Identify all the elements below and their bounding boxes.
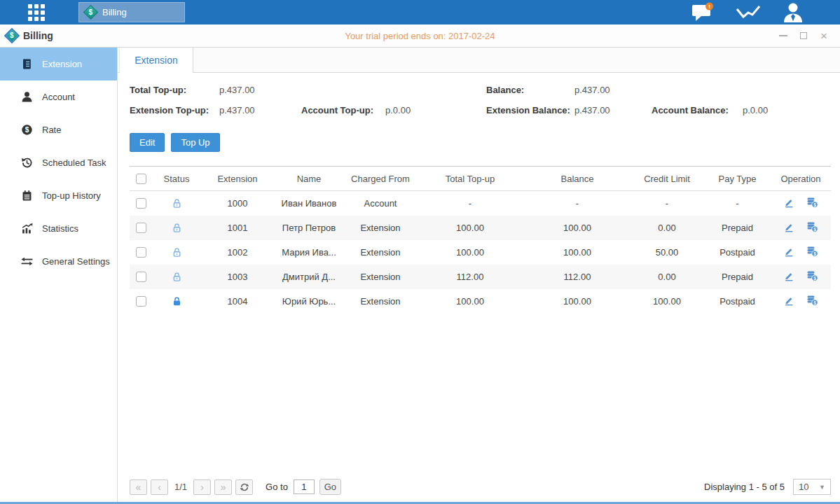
page-size-select[interactable]: 10 ▼ [793, 479, 831, 495]
sidebar-item-label: Extension [42, 59, 82, 69]
main-panel: Extension Total Top-up: p.437.00 Balance… [118, 48, 840, 502]
topup-coins-icon[interactable]: $ [806, 270, 818, 284]
svg-text:$: $ [814, 202, 817, 207]
cell-name: Петр Петров [273, 216, 345, 240]
extension-topup-value: p.437.00 [219, 105, 301, 115]
sidebar-item-label: Statistics [42, 223, 78, 234]
column-header-charged-from: Charged From [345, 167, 415, 191]
column-header-extension: Extension [202, 167, 273, 191]
topup-button[interactable]: Top Up [171, 133, 219, 152]
account-topup-value: p.0.00 [385, 105, 486, 115]
cell-charged-from: Extension [345, 289, 415, 314]
sidebar-item-label: Account [42, 92, 75, 102]
billing-diamond-dollar-icon: $ [4, 28, 20, 44]
cell-pay-type: Prepaid [704, 265, 771, 289]
go-button[interactable]: Go [319, 479, 341, 495]
edit-pencil-icon[interactable] [783, 295, 794, 308]
window-controls: × [778, 31, 829, 41]
edit-pencil-icon[interactable] [783, 246, 794, 259]
sidebar: Extension Account $ Rate [0, 48, 118, 502]
row-checkbox[interactable] [136, 272, 146, 282]
row-checkbox[interactable] [136, 223, 146, 233]
account-icon [21, 91, 33, 103]
total-topup-label: Total Top-up: [130, 85, 219, 95]
svg-text:$: $ [814, 226, 817, 232]
billing-diamond-dollar-icon: $ [83, 5, 98, 20]
svg-text:!: ! [708, 4, 710, 10]
cell-charged-from: Extension [345, 216, 415, 240]
sidebar-item-topup-history[interactable]: Top-up History [0, 179, 117, 212]
topup-coins-icon[interactable]: $ [806, 221, 818, 234]
row-checkbox[interactable] [136, 247, 146, 258]
sidebar-item-rate[interactable]: $ Rate [0, 113, 117, 146]
last-page-button[interactable]: » [214, 479, 232, 495]
page-size-value: 10 [799, 482, 808, 492]
taskbar-item-billing[interactable]: $ Billing [78, 2, 185, 22]
extension-topup-label: Extension Top-up: [130, 105, 219, 115]
extension-balance-label: Extension Balance: [486, 105, 574, 115]
sidebar-item-extension[interactable]: Extension [0, 48, 117, 80]
sidebar-item-scheduled-task[interactable]: Scheduled Task [0, 146, 117, 179]
svg-text:$: $ [814, 275, 817, 281]
column-header-balance: Balance [525, 167, 630, 191]
sidebar-item-account[interactable]: Account [0, 80, 117, 113]
cell-credit-limit: 0.00 [630, 216, 704, 240]
cell-total-topup: 100.00 [415, 216, 525, 240]
app-launcher-grid-icon[interactable] [25, 1, 48, 24]
column-header-credit-limit: Credit Limit [630, 167, 704, 191]
cell-credit-limit: - [630, 191, 704, 216]
edit-button[interactable]: Edit [130, 133, 165, 152]
sidebar-item-statistics[interactable]: Statistics [0, 212, 117, 245]
goto-label: Go to [266, 482, 288, 492]
cell-total-topup: - [415, 191, 525, 216]
cell-charged-from: Extension [345, 265, 415, 289]
status-lock-icon [151, 216, 202, 240]
tab-extension[interactable]: Extension [119, 48, 193, 73]
topup-coins-icon[interactable]: $ [806, 197, 818, 210]
cell-name: Юрий Юрь... [273, 289, 345, 314]
goto-page-input[interactable] [294, 479, 315, 494]
edit-pencil-icon[interactable] [783, 197, 794, 210]
first-page-button[interactable]: « [130, 479, 147, 495]
chat-bubble-icon[interactable]: ! [691, 2, 715, 22]
refresh-icon[interactable] [235, 479, 253, 495]
page-indicator: 1/1 [174, 482, 187, 492]
trial-period-notice: Your trial period ends on: 2017-02-24 [0, 31, 840, 41]
minimize-icon[interactable] [778, 31, 788, 41]
extension-table: Status Extension Name Charged From Total… [130, 166, 831, 314]
cell-total-topup: 100.00 [415, 240, 525, 265]
cell-pay-type: Postpaid [704, 240, 771, 265]
row-checkbox[interactable] [136, 198, 146, 209]
window-title-group: $ Billing [6, 30, 53, 41]
prev-page-button[interactable]: ‹ [151, 479, 168, 495]
topup-coins-icon[interactable]: $ [806, 295, 818, 308]
topbar-status-icons: ! [691, 2, 804, 22]
pagination-right: Displaying 1 - 5 of 5 10 ▼ [704, 479, 831, 495]
balance-value: p.437.00 [574, 85, 831, 95]
close-icon[interactable]: × [819, 31, 829, 41]
sidebar-item-label: Rate [42, 125, 61, 135]
sidebar-item-label: Scheduled Task [42, 158, 106, 168]
table-row: 1002 Мария Ива... Extension 100.00 100.0… [130, 240, 831, 265]
edit-pencil-icon[interactable] [783, 270, 794, 284]
svg-text:$: $ [814, 300, 817, 305]
sidebar-item-general-settings[interactable]: General Settings [0, 245, 117, 278]
line-chart-icon[interactable] [736, 4, 762, 22]
row-checkbox[interactable] [136, 296, 146, 307]
cell-balance: 100.00 [525, 289, 630, 314]
table-row: 1000 Иван Иванов Account - - - - $ [130, 191, 831, 216]
total-topup-value: p.437.00 [219, 85, 486, 95]
table-row: 1003 Дмитрий Д... Extension 112.00 112.0… [130, 265, 831, 289]
status-lock-icon [151, 289, 202, 314]
cell-balance: - [525, 191, 630, 216]
cell-name: Дмитрий Д... [273, 265, 345, 289]
displaying-count: Displaying 1 - 5 of 5 [704, 482, 785, 492]
select-all-checkbox[interactable] [136, 174, 146, 184]
topup-coins-icon[interactable]: $ [806, 246, 818, 259]
next-page-button[interactable]: › [193, 479, 211, 495]
person-icon[interactable] [783, 2, 804, 22]
maximize-icon[interactable] [799, 31, 808, 41]
status-lock-icon [151, 240, 202, 265]
edit-pencil-icon[interactable] [783, 221, 794, 234]
column-header-status: Status [151, 167, 202, 191]
